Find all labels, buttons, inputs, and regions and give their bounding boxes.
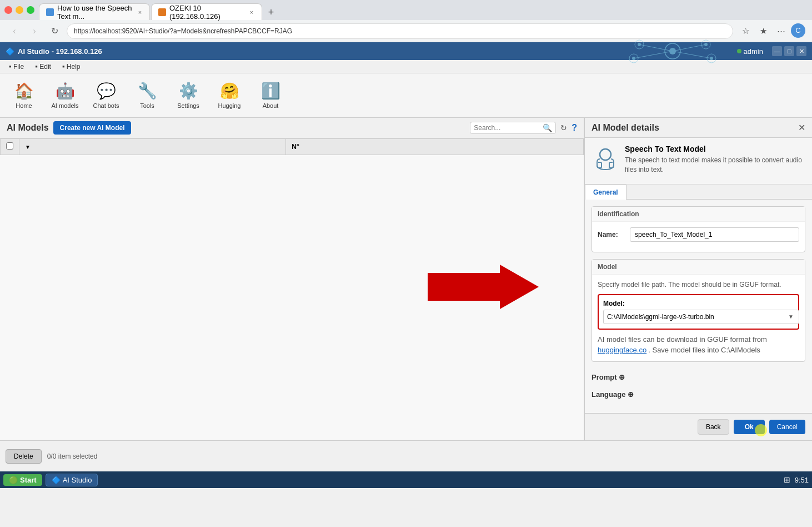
- app-minimize-button[interactable]: —: [772, 46, 782, 56]
- back-button[interactable]: ‹: [7, 23, 22, 39]
- panel-header: AI Models Create new AI Model 🔍 ↻ ?: [0, 118, 584, 138]
- download-info-text: AI model files can be download in GGUF f…: [598, 335, 767, 344]
- browser-icon-group: ☆ ★ ⋯ C: [738, 23, 805, 39]
- detail-header: AI Model details ✕: [585, 118, 812, 138]
- model-info: Speech To Text Model The speech to text …: [585, 138, 812, 185]
- new-tab-button[interactable]: +: [263, 4, 279, 20]
- reload-button[interactable]: ↻: [47, 23, 62, 39]
- detail-body: Identification Name: Model Specify model…: [585, 200, 812, 413]
- svg-line-13: [673, 51, 711, 58]
- tab-favicon-1: [158, 8, 166, 16]
- help-button[interactable]: ?: [572, 123, 577, 133]
- ai-models-icon: 🤖: [56, 82, 75, 100]
- delete-button[interactable]: Delete: [6, 449, 42, 464]
- refresh-button[interactable]: ↻: [560, 123, 567, 132]
- browser-minimize-btn[interactable]: [16, 6, 23, 14]
- select-all-checkbox[interactable]: [6, 142, 13, 150]
- svg-point-14: [600, 149, 611, 160]
- browser-window-controls: [4, 6, 34, 14]
- model-section-title: Model: [592, 260, 805, 275]
- download-info: AI model files can be download in GGUF f…: [598, 334, 799, 356]
- status-text: 0/0 item selected: [47, 453, 98, 460]
- toolbar-home-button[interactable]: 🏠 Home: [4, 76, 43, 116]
- toolbar-ai-models-button[interactable]: 🤖 AI models: [46, 76, 84, 116]
- cancel-button[interactable]: Cancel: [769, 420, 805, 434]
- taskbar-ai-studio[interactable]: 🔷 AI Studio: [46, 474, 98, 486]
- model-select-group: Model: C:\AIModels\ggml-large-v3-turbo.b…: [598, 294, 799, 330]
- model-description: The speech to text model makes it possib…: [625, 156, 805, 175]
- prompt-section[interactable]: Prompt ⊕: [592, 369, 805, 386]
- ai-models-label: AI models: [52, 102, 79, 109]
- model-icon: [592, 145, 619, 177]
- tab-close-1[interactable]: ×: [248, 8, 255, 16]
- about-icon: ℹ️: [261, 82, 280, 100]
- menu-edit[interactable]: ▪ Edit: [31, 61, 56, 72]
- menu-help[interactable]: ▪ Help: [58, 61, 85, 72]
- app-title-text: AI Studio - 192.168.0.126: [18, 47, 102, 56]
- name-input[interactable]: [630, 227, 799, 242]
- model-select-input[interactable]: C:\AIModels\ggml-large-v3-turbo.bin: [603, 310, 799, 324]
- browser-menu-button[interactable]: ⋯: [773, 23, 789, 39]
- forward-button[interactable]: ›: [27, 23, 42, 39]
- col-header-number: N°: [286, 139, 584, 155]
- huggingface-link[interactable]: huggingface.co: [598, 346, 646, 354]
- model-name: Speech To Text Model: [625, 145, 805, 153]
- admin-label: admin: [744, 47, 763, 56]
- toolbar-settings-button[interactable]: ⚙️ Settings: [169, 76, 208, 116]
- browser-tab-1[interactable]: OZEKI 10 (192.168.0.126) ×: [151, 3, 262, 20]
- tab-label-1: OZEKI 10 (192.168.0.126): [169, 4, 245, 21]
- detail-footer: Back Ok Cancel: [585, 413, 812, 440]
- taskbar-time: 9:51: [795, 476, 809, 484]
- chat-bots-label: Chat bots: [93, 102, 119, 109]
- menu-bullet-help: ▪: [62, 62, 65, 71]
- search-button[interactable]: 🔍: [543, 123, 552, 132]
- detail-close-button[interactable]: ✕: [798, 122, 805, 133]
- settings-label: Settings: [177, 102, 199, 109]
- search-input[interactable]: [474, 124, 540, 132]
- model-description-text: Specify model file path. The model shoul…: [598, 280, 799, 290]
- bottom-bar: Delete 0/0 item selected: [0, 440, 812, 471]
- browser-maximize-btn[interactable]: [27, 6, 34, 14]
- toolbar-about-button[interactable]: ℹ️ About: [251, 76, 290, 116]
- model-section: Model Specify model file path. The model…: [592, 259, 805, 362]
- bookmark-manage-button[interactable]: ★: [755, 23, 771, 39]
- taskbar-display-icon[interactable]: ⊞: [784, 475, 790, 484]
- language-label: Language ⊕: [592, 390, 634, 399]
- browser-tab-0[interactable]: How to use the Speech Text m... ×: [39, 3, 150, 20]
- prompt-label: Prompt ⊕: [592, 373, 625, 381]
- start-button[interactable]: 🟢 Start: [3, 474, 42, 486]
- tab-general[interactable]: General: [585, 185, 626, 200]
- browser-profile[interactable]: C: [791, 23, 805, 38]
- app-titlebar: 🔷 AI Studio - 192.168.0.126: [0, 42, 812, 60]
- ok-button[interactable]: Ok: [734, 420, 765, 434]
- app-window-buttons: — □ ✕: [772, 46, 806, 56]
- svg-line-12: [634, 51, 673, 58]
- app-close-button[interactable]: ✕: [796, 46, 806, 56]
- hugging-label: Hugging: [218, 102, 241, 109]
- toolbar-hugging-button[interactable]: 🤗 Hugging: [210, 76, 249, 116]
- tools-icon: 🔧: [138, 82, 157, 100]
- settings-icon: ⚙️: [179, 82, 198, 100]
- home-icon: 🏠: [14, 82, 34, 100]
- tab-close-0[interactable]: ×: [137, 8, 143, 16]
- browser-titlebar: How to use the Speech Text m... × OZEKI …: [0, 0, 812, 20]
- address-input[interactable]: [67, 23, 733, 39]
- taskbar-ai-studio-icon: 🔷: [52, 476, 61, 484]
- create-ai-model-button[interactable]: Create new AI Model: [53, 121, 132, 135]
- toolbar-chat-bots-button[interactable]: 💬 Chat bots: [87, 76, 126, 116]
- menu-file[interactable]: ▪ File: [4, 61, 28, 72]
- model-select-label: Model:: [603, 300, 794, 307]
- right-panel: AI Model details ✕ Speech To Text Model: [584, 118, 812, 440]
- left-panel: AI Models Create new AI Model 🔍 ↻ ? ▼: [0, 118, 584, 440]
- app-maximize-button[interactable]: □: [784, 46, 794, 56]
- tab-favicon-0: [46, 8, 54, 16]
- admin-status-dot: [737, 49, 741, 53]
- bookmark-button[interactable]: ☆: [738, 23, 753, 39]
- taskbar: 🟢 Start 🔷 AI Studio ⊞ 9:51: [0, 471, 812, 488]
- chat-bots-icon: 💬: [97, 82, 116, 100]
- language-section[interactable]: Language ⊕: [592, 386, 805, 403]
- back-button[interactable]: Back: [698, 419, 729, 435]
- browser-close-btn[interactable]: [4, 6, 12, 14]
- home-label: Home: [16, 102, 32, 109]
- toolbar-tools-button[interactable]: 🔧 Tools: [128, 76, 167, 116]
